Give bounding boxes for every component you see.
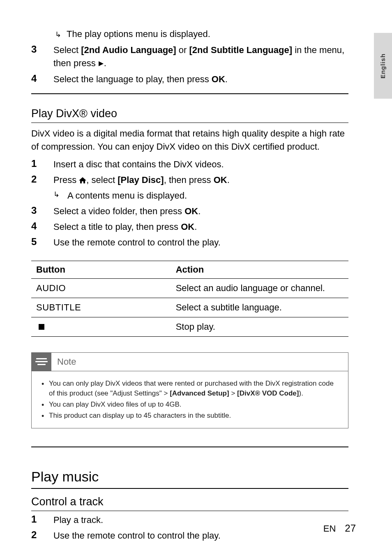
heading-divx: Play DivX® video — [31, 102, 348, 123]
step-number: 1 — [31, 158, 53, 171]
button-cell — [31, 317, 171, 336]
note-icon — [32, 353, 51, 371]
music-step-2: 2 Use the remote control to control the … — [31, 529, 348, 542]
note-header: Note — [32, 353, 348, 371]
music-step-1: 1 Play a track. — [31, 514, 348, 527]
divx-step-1: 1 Insert a disc that contains the DivX v… — [31, 158, 348, 171]
note-item: You can play DivX video files of up to 4… — [41, 400, 339, 410]
page-footer: EN 27 — [323, 523, 356, 534]
step-body: Insert a disc that contains the DivX vid… — [53, 158, 348, 171]
section-divider — [31, 447, 348, 447]
table-header-row: Button Action — [31, 261, 348, 278]
home-icon — [79, 174, 86, 187]
step-body: Select the language to play, then press … — [53, 73, 348, 86]
step-number: 4 — [31, 220, 53, 234]
button-action-table: Button Action AUDIO Select an audio lang… — [31, 261, 348, 337]
step-number: 3 — [31, 205, 53, 218]
step-3: 3 Select [2nd Audio Language] or [2nd Su… — [31, 44, 348, 70]
maps-to-icon: ↳ — [55, 30, 67, 39]
stop-icon — [39, 324, 44, 330]
table-row: SUBTITLE Select a subtitle language. — [31, 298, 348, 317]
result-line: ↳ A contents menu is displayed. — [53, 189, 348, 202]
step-number: 4 — [31, 73, 53, 86]
divx-intro: DivX video is a digital media format tha… — [31, 127, 348, 153]
step-body: Play a track. — [53, 514, 348, 527]
divx-step-4: 4 Select a title to play, then press OK. — [31, 220, 348, 234]
heading-underline-heavy — [31, 488, 348, 489]
action-cell: Stop play. — [171, 317, 348, 336]
step-body: Select [2nd Audio Language] or [2nd Subt… — [53, 44, 348, 70]
result-text: The play options menu is displayed. — [67, 29, 210, 39]
action-cell: Select an audio language or channel. — [171, 278, 348, 298]
footer-lang: EN — [323, 523, 336, 534]
divx-step-5: 5 Use the remote control to control the … — [31, 236, 348, 249]
table-row: AUDIO Select an audio language or channe… — [31, 278, 348, 298]
col-button: Button — [31, 261, 171, 278]
button-cell: SUBTITLE — [31, 298, 171, 317]
note-body: You can only play DivX videos that were … — [32, 371, 348, 428]
page-content: ↳ The play options menu is displayed. 3 … — [0, 0, 392, 553]
note-item: This product can display up to 45 charac… — [41, 411, 339, 421]
step-number: 1 — [31, 514, 53, 527]
step-body: Use the remote control to control the pl… — [53, 529, 348, 542]
section-divider — [31, 93, 348, 94]
step-number: 3 — [31, 44, 53, 70]
note-title: Note — [57, 356, 76, 367]
heading-control-track: Control a track — [31, 491, 348, 511]
play-icon — [98, 57, 104, 70]
svg-marker-1 — [79, 177, 86, 183]
result-text: A contents menu is displayed. — [67, 189, 187, 202]
result-line: ↳ The play options menu is displayed. — [55, 29, 348, 39]
step-body: Select a video folder, then press OK. — [53, 205, 348, 218]
footer-page-number: 27 — [345, 523, 356, 534]
table-row: Stop play. — [31, 317, 348, 336]
maps-to-icon: ↳ — [53, 189, 67, 202]
step-number: 2 — [31, 529, 53, 542]
action-cell: Select a subtitle language. — [171, 298, 348, 317]
step-body: Press , select [Play Disc], then press O… — [53, 174, 348, 202]
note-item: You can only play DivX videos that were … — [41, 379, 339, 399]
heading-play-music: Play music — [31, 465, 348, 488]
svg-marker-0 — [99, 61, 104, 66]
divx-step-3: 3 Select a video folder, then press OK. — [31, 205, 348, 218]
col-action: Action — [171, 261, 348, 278]
divx-step-2: 2 Press , select [Play Disc], then press… — [31, 174, 348, 202]
button-cell: AUDIO — [31, 278, 171, 298]
step-number: 5 — [31, 236, 53, 249]
step-4: 4 Select the language to play, then pres… — [31, 73, 348, 86]
heading-underline — [31, 123, 348, 123]
note-box: Note You can only play DivX videos that … — [31, 352, 348, 429]
step-number: 2 — [31, 174, 53, 202]
step-body: Use the remote control to control the pl… — [53, 236, 348, 249]
step-body: Select a title to play, then press OK. — [53, 220, 348, 234]
